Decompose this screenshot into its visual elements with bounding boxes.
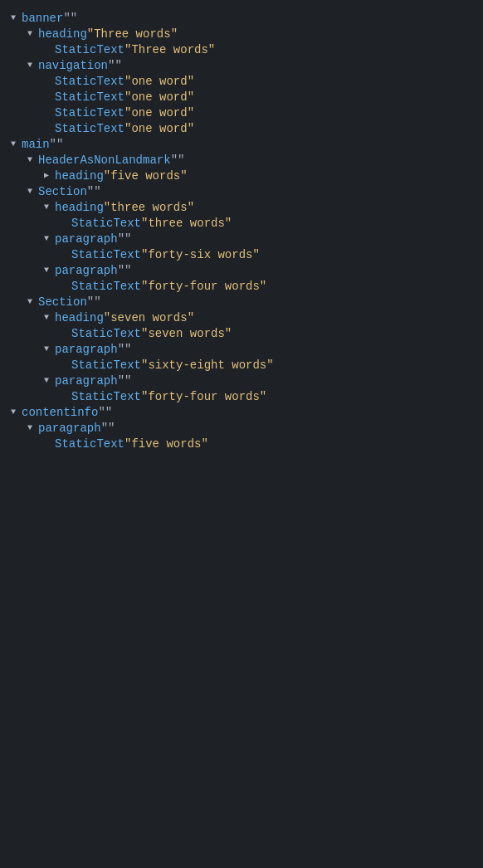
node-value-main: "" [50, 138, 64, 151]
tree-row-statictext-forty-four-1: StaticText "forty-four words" [0, 278, 483, 294]
tree-row-header-as-non-landmark[interactable]: HeaderAsNonLandmark "" [0, 152, 483, 168]
tree-node-heading-three-words-2: heading "three words"StaticText "three w… [0, 199, 483, 231]
tree-row-section-2[interactable]: Section "" [0, 294, 483, 310]
accessibility-tree: banner ""heading "Three words"StaticText… [0, 7, 483, 455]
toggle-section-1[interactable] [23, 185, 37, 198]
tree-node-statictext-five-words: StaticText "five words" [0, 436, 483, 451]
tree-node-paragraph-4: paragraph ""StaticText "forty-four words… [0, 373, 483, 404]
node-type-statictext-three-words-2: StaticText [71, 217, 141, 230]
node-value-section-1: "" [87, 185, 101, 198]
toggle-heading-three-words-2[interactable] [40, 201, 53, 214]
node-type-statictext-seven-words: StaticText [71, 327, 141, 340]
node-value-section-2: "" [87, 295, 101, 309]
tree-node-statictext-forty-four-2: StaticText "forty-four words" [0, 388, 483, 404]
tree-row-main[interactable]: main "" [0, 136, 483, 152]
node-value-paragraph-5: "" [101, 422, 115, 435]
toggle-paragraph-4[interactable] [40, 374, 53, 388]
tree-row-paragraph-2[interactable]: paragraph "" [0, 262, 483, 278]
toggle-paragraph-2[interactable] [40, 264, 53, 277]
toggle-navigation[interactable] [23, 59, 37, 72]
tree-node-statictext-forty-four-1: StaticText "forty-four words" [0, 278, 483, 294]
tree-row-heading-five-words[interactable]: heading "five words" [0, 168, 483, 183]
tree-node-statictext-one-word-1: StaticText "one word" [0, 73, 483, 89]
tree-row-paragraph-1[interactable]: paragraph "" [0, 231, 483, 246]
node-value-header-as-non-landmark: "" [171, 154, 185, 167]
tree-node-paragraph-3: paragraph ""StaticText "sixty-eight word… [0, 341, 483, 373]
tree-row-paragraph-4[interactable]: paragraph "" [0, 373, 483, 388]
node-type-section-2: Section [38, 295, 87, 309]
node-type-header-as-non-landmark: HeaderAsNonLandmark [38, 154, 171, 167]
tree-node-paragraph-1: paragraph ""StaticText "forty-six words" [0, 231, 483, 262]
toggle-heading-seven-words[interactable] [40, 311, 53, 324]
tree-row-statictext-sixty-eight: StaticText "sixty-eight words" [0, 357, 483, 373]
node-value-statictext-five-words: "five words" [124, 437, 208, 451]
tree-row-statictext-forty-four-2: StaticText "forty-four words" [0, 388, 483, 404]
node-value-statictext-forty-six: "forty-six words" [141, 248, 260, 261]
toggle-paragraph-5[interactable] [23, 422, 37, 435]
node-type-navigation: navigation [38, 59, 108, 72]
node-type-statictext-one-word-3: StaticText [55, 106, 124, 119]
node-type-paragraph-3: paragraph [55, 343, 118, 356]
toggle-main[interactable] [7, 138, 20, 151]
node-type-main: main [22, 138, 50, 151]
node-value-paragraph-2: "" [118, 264, 132, 277]
toggle-contentinfo[interactable] [7, 406, 20, 419]
tree-row-statictext-five-words: StaticText "five words" [0, 436, 483, 451]
toggle-section-2[interactable] [23, 295, 37, 309]
node-type-heading-three-words: heading [38, 27, 87, 41]
node-type-statictext-one-word-2: StaticText [55, 90, 124, 104]
node-type-statictext-one-word-1: StaticText [55, 75, 124, 88]
tree-node-heading-five-words: heading "five words" [0, 168, 483, 183]
tree-node-statictext-forty-six: StaticText "forty-six words" [0, 246, 483, 262]
tree-row-paragraph-3[interactable]: paragraph "" [0, 341, 483, 357]
tree-node-header-as-non-landmark: HeaderAsNonLandmark ""heading "five word… [0, 152, 483, 183]
toggle-paragraph-1[interactable] [40, 232, 53, 246]
node-value-statictext-forty-four-1: "forty-four words" [141, 280, 266, 293]
toggle-header-as-non-landmark[interactable] [23, 154, 37, 167]
tree-row-statictext-one-word-2: StaticText "one word" [0, 89, 483, 105]
node-type-paragraph-1: paragraph [55, 232, 118, 246]
node-type-heading-seven-words: heading [55, 311, 104, 324]
tree-node-heading-three-words: heading "Three words"StaticText "Three w… [0, 26, 483, 57]
toggle-heading-three-words[interactable] [23, 27, 37, 41]
tree-row-statictext-three-words: StaticText "Three words" [0, 41, 483, 57]
tree-node-main: main ""HeaderAsNonLandmark ""heading "fi… [0, 136, 483, 404]
tree-row-navigation[interactable]: navigation "" [0, 57, 483, 73]
node-value-statictext-one-word-3: "one word" [124, 106, 194, 119]
node-type-contentinfo: contentinfo [22, 406, 98, 419]
node-value-statictext-three-words-2: "three words" [141, 217, 232, 230]
node-value-heading-seven-words: "seven words" [104, 311, 194, 324]
node-type-paragraph-2: paragraph [55, 264, 118, 277]
node-value-heading-three-words: "Three words" [87, 27, 178, 41]
tree-node-heading-seven-words: heading "seven words"StaticText "seven w… [0, 310, 483, 341]
tree-row-heading-seven-words[interactable]: heading "seven words" [0, 310, 483, 325]
tree-row-statictext-one-word-3: StaticText "one word" [0, 105, 483, 120]
toggle-heading-five-words[interactable] [40, 169, 53, 183]
tree-row-paragraph-5[interactable]: paragraph "" [0, 420, 483, 436]
tree-node-section-2: Section ""heading "seven words"StaticTex… [0, 294, 483, 404]
tree-row-contentinfo[interactable]: contentinfo "" [0, 404, 483, 420]
tree-row-statictext-one-word-4: StaticText "one word" [0, 120, 483, 136]
tree-node-statictext-one-word-2: StaticText "one word" [0, 89, 483, 105]
tree-row-section-1[interactable]: Section "" [0, 183, 483, 199]
node-value-paragraph-3: "" [118, 343, 132, 356]
tree-row-heading-three-words[interactable]: heading "Three words" [0, 26, 483, 41]
tree-row-banner[interactable]: banner "" [0, 10, 483, 26]
toggle-banner[interactable] [7, 12, 20, 25]
node-value-banner: "" [63, 12, 77, 25]
node-type-statictext-sixty-eight: StaticText [71, 358, 141, 372]
tree-node-statictext-three-words: StaticText "Three words" [0, 41, 483, 57]
tree-row-statictext-one-word-1: StaticText "one word" [0, 73, 483, 89]
node-type-statictext-forty-four-1: StaticText [71, 280, 141, 293]
tree-node-paragraph-5: paragraph ""StaticText "five words" [0, 420, 483, 451]
tree-row-heading-three-words-2[interactable]: heading "three words" [0, 199, 483, 215]
tree-node-statictext-one-word-4: StaticText "one word" [0, 120, 483, 136]
node-type-paragraph-4: paragraph [55, 374, 118, 388]
tree-row-statictext-three-words-2: StaticText "three words" [0, 215, 483, 231]
tree-node-statictext-seven-words: StaticText "seven words" [0, 325, 483, 341]
toggle-paragraph-3[interactable] [40, 343, 53, 356]
node-value-statictext-one-word-4: "one word" [124, 122, 194, 135]
node-value-statictext-three-words: "Three words" [124, 43, 215, 56]
node-type-statictext-one-word-4: StaticText [55, 122, 124, 135]
tree-node-banner: banner ""heading "Three words"StaticText… [0, 10, 483, 136]
